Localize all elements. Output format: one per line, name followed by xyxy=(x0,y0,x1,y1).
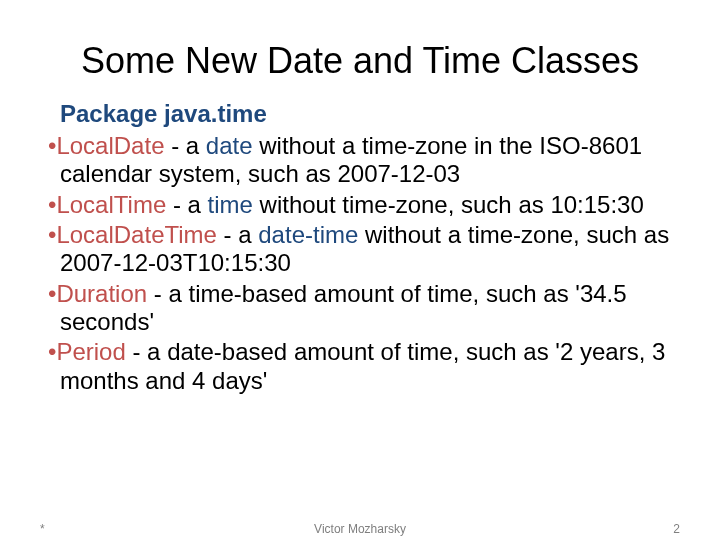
slide-title: Some New Date and Time Classes xyxy=(40,40,680,82)
bullet-list: •LocalDate - a date without a time-zone … xyxy=(40,132,680,395)
list-item: •LocalDateTime - a date-time without a t… xyxy=(40,221,680,278)
footer-author: Victor Mozharsky xyxy=(0,522,720,536)
slide: Some New Date and Time Classes Package j… xyxy=(0,0,720,540)
list-item: •Period - a date-based amount of time, s… xyxy=(40,338,680,395)
slide-subtitle: Package java.time xyxy=(60,100,680,128)
list-item: •LocalDate - a date without a time-zone … xyxy=(40,132,680,189)
page-number: 2 xyxy=(673,522,680,536)
list-item: •LocalTime - a time without time-zone, s… xyxy=(40,191,680,219)
list-item: •Duration - a time-based amount of time,… xyxy=(40,280,680,337)
